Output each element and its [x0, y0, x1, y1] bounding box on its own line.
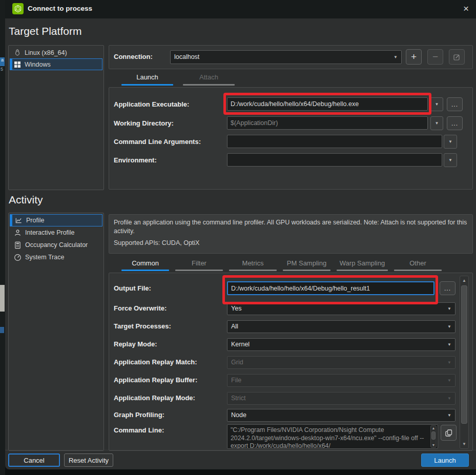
hexagon-logo-glyph [14, 5, 22, 13]
output-file-browse-button[interactable]: ... [440, 281, 456, 295]
replay-mode-dropdown[interactable]: Kernel ▼ [227, 338, 456, 351]
application-replay-buffer-label: Application Replay Buffer: [114, 376, 197, 384]
calculator-icon [14, 241, 22, 249]
tab-pm-sampling-underline [283, 270, 330, 271]
graph-profiling-dropdown[interactable]: Node ▼ [227, 409, 456, 422]
activity-item-profile[interactable]: Profile [10, 214, 102, 226]
tab-pm-sampling[interactable]: PM Sampling [283, 259, 330, 267]
platform-item-linux[interactable]: Linux (x86_64) [10, 47, 102, 58]
gauge-icon [14, 254, 22, 261]
activity-heading: Activity [9, 194, 43, 206]
tab-attach-underline [183, 84, 235, 86]
chevron-down-icon: ▼ [448, 158, 452, 162]
command-line-arguments-input[interactable] [227, 135, 442, 148]
command-line-arguments-history-button[interactable]: ▼ [444, 135, 457, 149]
application-executable-input[interactable] [227, 97, 428, 111]
tab-metrics[interactable]: Metrics [229, 259, 277, 267]
tab-warp-sampling[interactable]: Warp Sampling [337, 259, 388, 267]
application-replay-match-dropdown: Grid ▼ [227, 356, 456, 369]
common-panel-scrollbar[interactable]: ▲ ▼ [460, 276, 469, 449]
graph-profiling-label: Graph Profiling: [114, 411, 164, 419]
scroll-up-icon[interactable]: ▲ [460, 278, 468, 283]
chevron-down-icon: ▼ [447, 409, 451, 421]
scroll-down-icon[interactable]: ▼ [431, 443, 436, 447]
profile-chart-icon [15, 217, 23, 224]
replay-mode-value: Kernel [231, 339, 250, 350]
common-panel-scrollbar-thumb[interactable] [461, 285, 467, 424]
activity-label: Profile [26, 217, 44, 224]
close-icon[interactable]: × [463, 3, 469, 14]
launch-button[interactable]: Launch [421, 453, 469, 467]
tab-common[interactable]: Common [121, 259, 169, 267]
tab-launch[interactable]: Launch [121, 73, 173, 81]
chevron-down-icon: ▼ [435, 102, 439, 107]
target-processes-dropdown[interactable]: All ▼ [227, 320, 456, 333]
tab-metrics-underline [229, 270, 277, 271]
target-processes-value: All [231, 321, 238, 333]
connect-to-process-dialog: a 5 Connect to process × Target Platform [0, 0, 476, 475]
ellipsis-icon: ... [444, 285, 451, 292]
graph-profiling-value: Node [231, 409, 246, 421]
activity-item-interactive-profile[interactable]: Interactive Profile [10, 226, 102, 239]
output-file-input[interactable] [227, 281, 434, 295]
scroll-up-icon[interactable]: ▲ [431, 426, 436, 430]
launch-button-label: Launch [434, 457, 456, 464]
application-executable-history-button[interactable]: ▼ [430, 97, 443, 111]
force-overwrite-value: Yes [231, 303, 241, 315]
background-artifact [0, 327, 4, 333]
plus-icon: + [411, 51, 417, 63]
chevron-down-icon: ▼ [394, 51, 398, 64]
add-connection-button[interactable]: + [406, 49, 422, 65]
replay-mode-label: Replay Mode: [114, 340, 157, 348]
activity-list: Profile Interactive Profile Occupancy Ca… [8, 213, 104, 451]
force-overwrite-dropdown[interactable]: Yes ▼ [227, 302, 456, 315]
edit-pencil-icon [453, 53, 461, 61]
activity-item-occupancy-calculator[interactable]: Occupancy Calculator [10, 239, 102, 251]
chevron-down-icon: ▼ [447, 357, 451, 368]
minus-icon: − [432, 51, 438, 63]
title-bar: Connect to process × [5, 0, 476, 18]
chevron-down-icon: ▼ [435, 121, 439, 126]
edit-connection-button[interactable] [449, 49, 465, 65]
person-icon [14, 229, 22, 237]
command-line-scrollbar-thumb[interactable] [431, 431, 436, 440]
scroll-down-icon[interactable]: ▼ [460, 442, 468, 446]
activity-label: Occupancy Calculator [25, 241, 88, 249]
application-replay-buffer-dropdown: File ▼ [227, 374, 456, 387]
environment-history-button[interactable]: ▼ [444, 153, 457, 167]
tab-filter-underline [175, 270, 223, 271]
application-executable-browse-button[interactable]: ... [447, 97, 463, 111]
application-replay-match-label: Application Replay Match: [114, 358, 197, 366]
tab-filter[interactable]: Filter [175, 259, 223, 267]
copy-icon [445, 429, 453, 437]
windows-logo-icon [14, 61, 21, 68]
reset-activity-button[interactable]: Reset Activity [64, 453, 113, 467]
connection-value: localhost [174, 51, 199, 64]
command-line-preview[interactable]: "C:/Program Files/NVIDIA Corporation/Nsi… [227, 424, 438, 449]
connection-dropdown[interactable]: localhost ▼ [170, 50, 402, 64]
cancel-button[interactable]: Cancel [8, 453, 60, 467]
environment-input[interactable] [227, 153, 442, 167]
tab-other[interactable]: Other [394, 259, 442, 267]
chevron-down-icon: ▼ [447, 393, 451, 404]
activity-item-system-trace[interactable]: System Trace [10, 251, 102, 263]
working-directory-label: Working Directory: [114, 119, 174, 127]
tab-other-underline [394, 270, 442, 271]
copy-command-line-button[interactable] [441, 425, 457, 441]
tab-attach[interactable]: Attach [183, 73, 235, 81]
tab-warp-sampling-underline [337, 270, 388, 271]
application-replay-mode-dropdown: Strict ▼ [227, 392, 456, 405]
working-directory-input[interactable] [227, 116, 428, 130]
remove-connection-button[interactable]: − [427, 49, 443, 65]
linux-penguin-icon [14, 49, 21, 56]
footer-divider [5, 450, 476, 450]
chevron-down-icon: ▼ [447, 321, 451, 333]
chevron-down-icon: ▼ [447, 375, 451, 386]
working-directory-history-button[interactable]: ▼ [430, 116, 443, 130]
platform-item-windows[interactable]: Windows [10, 58, 102, 70]
dialog-body: Target Platform Linux (x86_64) Windows [5, 18, 476, 469]
ellipsis-icon: ... [451, 101, 458, 108]
command-line-scrollbar[interactable]: ▲ ▼ [430, 425, 437, 448]
working-directory-browse-button[interactable]: ... [447, 116, 463, 130]
window-title: Connect to process [28, 5, 92, 12]
